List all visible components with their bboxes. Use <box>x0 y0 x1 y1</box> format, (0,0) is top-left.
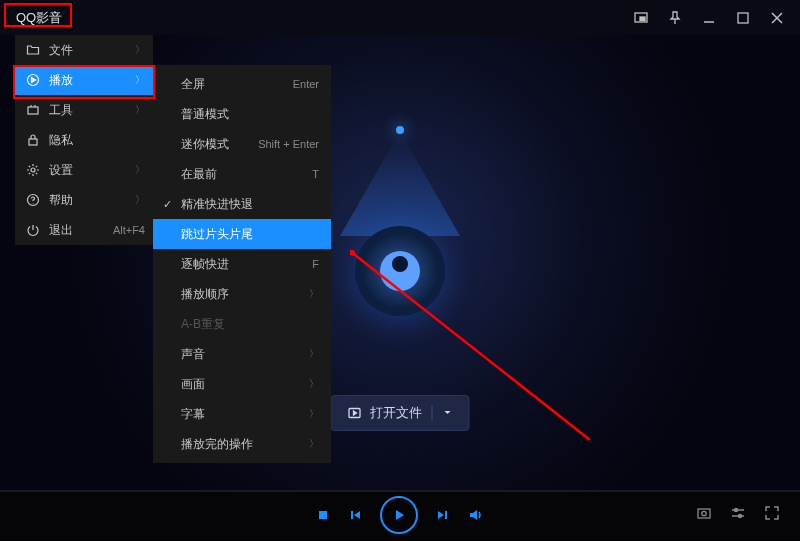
submenu-item-label: 在最前 <box>181 166 312 183</box>
submenu-item[interactable]: 声音〉 <box>153 339 331 369</box>
submenu-item-label: 播放完的操作 <box>181 436 309 453</box>
title-controls <box>628 5 790 31</box>
chevron-right-icon: 〉 <box>135 103 145 117</box>
app-window: QQ影音 打开文件 文件〉播放〉工具〉隐私设置〉帮助〉退出Alt+F4 全屏En… <box>0 0 800 540</box>
submenu-item-label: 迷你模式 <box>181 136 258 153</box>
svg-rect-8 <box>28 107 38 114</box>
submenu-item[interactable]: 播放完的操作〉 <box>153 429 331 459</box>
svg-point-23 <box>739 515 742 518</box>
minimize-icon[interactable] <box>696 5 722 31</box>
lock-icon <box>25 133 41 147</box>
sub-menu: 全屏Enter普通模式迷你模式Shift + Enter在最前T✓精准快进快退跳… <box>153 65 331 463</box>
maximize-icon[interactable] <box>730 5 756 31</box>
play-file-icon <box>348 406 362 420</box>
bottom-right-controls <box>696 505 780 525</box>
menu-item-lock[interactable]: 隐私 <box>15 125 153 155</box>
menu-item-gear[interactable]: 设置〉 <box>15 155 153 185</box>
submenu-item[interactable]: 逐帧快进F <box>153 249 331 279</box>
help-icon <box>25 193 41 207</box>
pin-icon[interactable] <box>662 5 688 31</box>
menu-item-power[interactable]: 退出Alt+F4 <box>15 215 153 245</box>
menu-item-tools[interactable]: 工具〉 <box>15 95 153 125</box>
play-icon <box>25 73 41 87</box>
main-menu: 文件〉播放〉工具〉隐私设置〉帮助〉退出Alt+F4 <box>15 35 153 245</box>
chevron-right-icon: 〉 <box>309 347 319 361</box>
chevron-right-icon: 〉 <box>135 43 145 57</box>
menu-item-label: 退出 <box>49 222 105 239</box>
submenu-item-label: 字幕 <box>181 406 309 423</box>
menu-item-label: 文件 <box>49 42 127 59</box>
submenu-item[interactable]: 普通模式 <box>153 99 331 129</box>
previous-button[interactable] <box>348 508 362 522</box>
check-icon: ✓ <box>163 198 172 211</box>
fullscreen-icon[interactable] <box>764 505 780 525</box>
chevron-right-icon: 〉 <box>135 163 145 177</box>
chevron-right-icon: 〉 <box>309 407 319 421</box>
tools-icon <box>25 103 41 117</box>
next-button[interactable] <box>436 508 450 522</box>
center-logo <box>330 126 470 326</box>
submenu-shortcut: Shift + Enter <box>258 138 319 150</box>
progress-bar[interactable] <box>0 490 800 492</box>
menu-item-label: 设置 <box>49 162 127 179</box>
submenu-item-label: 跳过片头片尾 <box>181 226 319 243</box>
chevron-right-icon: 〉 <box>309 377 319 391</box>
menu-item-play[interactable]: 播放〉 <box>15 65 153 95</box>
submenu-shortcut: F <box>312 258 319 270</box>
open-file-button[interactable]: 打开文件 <box>331 395 470 431</box>
submenu-item[interactable]: 跳过片头片尾 <box>153 219 331 249</box>
submenu-item[interactable]: 迷你模式Shift + Enter <box>153 129 331 159</box>
screenshot-icon[interactable] <box>696 505 712 525</box>
submenu-item[interactable]: 播放顺序〉 <box>153 279 331 309</box>
submenu-item-label: 播放顺序 <box>181 286 309 303</box>
gear-icon <box>25 163 41 177</box>
annotation-box-title <box>4 3 72 27</box>
submenu-item-label: 声音 <box>181 346 309 363</box>
bottom-bar <box>0 490 800 540</box>
title-bar: QQ影音 <box>0 0 800 35</box>
submenu-item-label: 普通模式 <box>181 106 319 123</box>
svg-rect-18 <box>698 509 710 518</box>
submenu-item-label: 精准快进快退 <box>181 196 319 213</box>
menu-shortcut: Alt+F4 <box>113 224 145 236</box>
svg-point-12 <box>31 168 35 172</box>
submenu-item[interactable]: 字幕〉 <box>153 399 331 429</box>
folder-icon <box>25 43 41 57</box>
open-file-label: 打开文件 <box>370 404 422 422</box>
submenu-item-label: 画面 <box>181 376 309 393</box>
menu-item-label: 帮助 <box>49 192 127 209</box>
submenu-item-label: A-B重复 <box>181 316 319 333</box>
svg-rect-16 <box>351 511 353 519</box>
menu-item-label: 播放 <box>49 72 127 89</box>
submenu-item[interactable]: 全屏Enter <box>153 69 331 99</box>
submenu-item[interactable]: ✓精准快进快退 <box>153 189 331 219</box>
svg-rect-11 <box>29 139 37 145</box>
menu-item-help[interactable]: 帮助〉 <box>15 185 153 215</box>
submenu-item: A-B重复 <box>153 309 331 339</box>
submenu-item[interactable]: 在最前T <box>153 159 331 189</box>
submenu-item[interactable]: 画面〉 <box>153 369 331 399</box>
chevron-right-icon: 〉 <box>309 437 319 451</box>
menu-item-label: 工具 <box>49 102 127 119</box>
stop-button[interactable] <box>316 508 330 522</box>
svg-point-19 <box>702 511 706 515</box>
menu-item-label: 隐私 <box>49 132 145 149</box>
chevron-down-icon[interactable] <box>443 408 453 418</box>
chevron-right-icon: 〉 <box>135 73 145 87</box>
svg-rect-3 <box>738 13 748 23</box>
submenu-item-label: 逐帧快进 <box>181 256 312 273</box>
svg-rect-1 <box>640 17 645 21</box>
settings-icon[interactable] <box>730 505 746 525</box>
submenu-shortcut: Enter <box>293 78 319 90</box>
close-icon[interactable] <box>764 5 790 31</box>
volume-button[interactable] <box>468 507 484 523</box>
pip-icon[interactable] <box>628 5 654 31</box>
menu-item-folder[interactable]: 文件〉 <box>15 35 153 65</box>
svg-point-22 <box>735 509 738 512</box>
play-button[interactable] <box>380 496 418 534</box>
playback-controls <box>316 496 484 534</box>
chevron-right-icon: 〉 <box>309 287 319 301</box>
power-icon <box>25 223 41 237</box>
chevron-right-icon: 〉 <box>135 193 145 207</box>
svg-rect-17 <box>445 511 447 519</box>
